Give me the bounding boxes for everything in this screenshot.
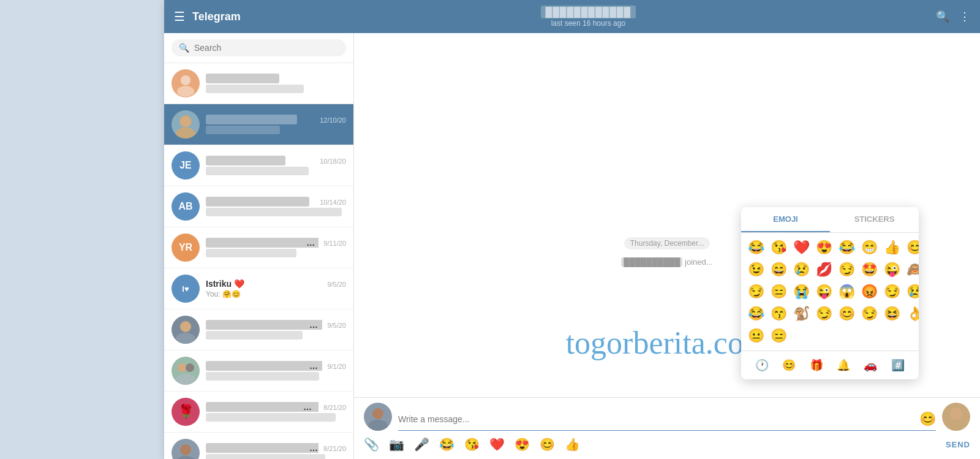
emoji-item[interactable]: 😊 [837,304,857,324]
emoji-item[interactable]: 😢 [905,282,919,302]
emoji-category-recent[interactable]: 🕐 [753,356,771,374]
emoji-item[interactable]: 😑 [769,282,789,302]
emoji-item[interactable]: 😍 [814,238,834,257]
attach-icon[interactable]: 📎 [364,437,379,452]
emoji-item[interactable]: 😂 [837,238,857,257]
tab-stickers[interactable]: STICKERS [830,207,919,232]
emoji-item[interactable]: 😏 [837,260,857,279]
search-input-wrap[interactable]: 🔍 [172,39,346,56]
conv-body: ██████ 10/18/20 ████████ [206,156,346,175]
search-input[interactable] [194,43,339,53]
list-item[interactable]: AB ████████ 10/14/20 ████████████ [164,186,353,227]
emoji-item[interactable]: 🙈 [905,260,919,279]
emoji-item[interactable]: 😏 [859,304,880,324]
svg-point-11 [176,456,195,459]
emoji-item[interactable]: 😏 [814,304,834,324]
emoji-item[interactable]: 😆 [882,304,902,324]
conv-body: ███████ 12/10/20 ██████ [206,115,346,134]
conv-header: ████████████ 9/11/20 [206,238,346,248]
tab-emoji[interactable]: EMOJI [741,207,830,232]
svg-point-6 [176,333,195,344]
toolbar-emoji-1[interactable]: 😂 [439,437,454,452]
toolbar-emoji-5[interactable]: 😊 [540,437,555,452]
emoji-item[interactable]: 😡 [859,282,880,302]
emoji-item[interactable]: 😘 [769,238,789,257]
emoji-item[interactable]: 🐒 [791,304,812,324]
list-item[interactable]: ██████████████ 9/1/20 ██████████ [164,351,353,392]
conv-time: 9/11/20 [323,240,346,247]
emoji-item[interactable]: 👍 [882,238,902,257]
conv-time: 12/10/20 [320,116,346,124]
list-item[interactable]: ██████ ███████ [164,63,353,104]
conv-msg: ███████ [206,85,346,93]
conv-body: Istriku ❤️ 9/5/20 You: 🤗😊 [206,279,346,298]
emoji-item[interactable]: 😑 [769,326,789,346]
menu-icon[interactable]: ☰ [174,9,185,24]
camera-icon[interactable]: 📷 [389,437,404,452]
list-item[interactable]: 🌹 ████████████ 8/21/20 ████████████ [164,392,353,433]
svg-point-0 [181,75,190,85]
emoji-item[interactable]: 🤩 [859,260,880,279]
conv-msg: ████████ [206,331,346,340]
emoji-item[interactable]: 😜 [882,260,902,279]
toolbar-emoji-3[interactable]: ❤️ [489,437,505,452]
list-item[interactable]: YR ████████████ 9/11/20 ████████ [164,227,353,268]
emoji-item[interactable]: 😢 [791,260,812,279]
emoji-item[interactable]: 💋 [814,260,834,279]
conv-body: ████████ 10/14/20 ████████████ [206,197,346,216]
conv-name: ████████████ [206,443,318,453]
list-item[interactable]: ████████████ 9/5/20 ████████ [164,309,353,351]
emoji-item[interactable]: 😐 [746,326,766,346]
app-title: Telegram [192,10,241,23]
toolbar-emoji-2[interactable]: 😘 [464,437,480,452]
search-icon[interactable]: 🔍 [936,10,949,23]
emoji-item[interactable]: 😏 [746,282,766,302]
emoji-item[interactable]: 😱 [837,282,857,302]
list-item[interactable]: I♥ Istriku ❤️ 9/5/20 You: 🤗😊 [164,268,353,309]
conv-time: 9/5/20 [327,281,346,288]
conv-header: ███████ 12/10/20 [206,115,346,124]
svg-point-5 [180,321,191,332]
conv-body: ████████████ 9/5/20 ████████ [206,320,346,340]
conv-name: ███████ [206,115,297,124]
avatar: 🌹 [172,398,200,426]
emoji-category-travel[interactable]: 🚗 [861,356,880,374]
emoji-category-icons: 🕐 😊 🎁 🔔 🚗 #️⃣ [741,351,919,379]
list-item[interactable]: ████████████ 8/21/20 ████ ████████ [164,433,353,459]
conv-name: ██████ [206,156,285,165]
emoji-item[interactable]: 😙 [769,304,789,324]
toolbar-emoji-6[interactable]: 👍 [565,437,580,452]
emoji-item[interactable]: ❤️ [791,238,812,257]
emoji-item[interactable]: 😜 [814,282,834,302]
emoji-category-objects[interactable]: 🎁 [807,356,826,374]
message-input[interactable] [398,411,913,428]
emoji-item[interactable]: 😭 [791,282,812,302]
emoji-item[interactable]: 😉 [746,260,766,279]
conv-name: ██████ [206,74,279,83]
conv-time: 10/18/20 [320,157,346,165]
emoji-item[interactable]: 😁 [859,238,880,257]
toolbar-emoji-4[interactable]: 😍 [514,437,530,452]
search-icon-small: 🔍 [179,43,189,53]
emoji-item[interactable]: 😂 [746,238,766,257]
more-icon[interactable]: ⋮ [959,10,970,23]
emoji-item[interactable]: 👌 [905,304,919,324]
mic-icon[interactable]: 🎤 [414,437,429,452]
emoji-item[interactable]: 😄 [769,260,789,279]
list-item[interactable]: ███████ 12/10/20 ██████ [164,104,353,145]
emoji-item[interactable]: 😂 [746,304,766,324]
emoji-item[interactable]: 😊 [905,238,919,257]
conv-header: ██████ [206,74,346,83]
emoji-category-smileys[interactable]: 😊 [780,356,798,374]
emoji-category-tags[interactable]: #️⃣ [889,356,907,374]
send-button[interactable]: SEND [946,440,970,449]
emoji-panel-tabs: EMOJI STICKERS [741,207,919,233]
emoji-grid: 😂 😘 ❤️ 😍 😂 😁 👍 😊 😉 😄 😢 💋 😏 🤩 😜 🙈 [741,233,919,351]
emoji-category-symbols[interactable]: 🔔 [834,356,853,374]
header-center: ████████████ last seen 16 hours ago [253,6,924,28]
emoji-trigger-icon[interactable]: 😊 [919,411,936,427]
conv-name: ████████ [206,197,309,207]
emoji-item[interactable]: 😏 [882,282,902,302]
list-item[interactable]: JE ██████ 10/18/20 ████████ [164,145,353,186]
conv-time: 8/21/20 [323,404,346,411]
